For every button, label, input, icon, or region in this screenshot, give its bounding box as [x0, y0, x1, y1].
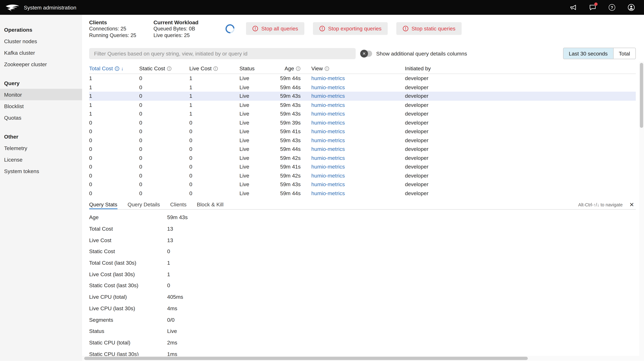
detail-value: Live [167, 328, 636, 334]
table-row[interactable]: 1 0 1 Live 59m 44s humio-metrics develop… [89, 74, 636, 83]
cell-age: 59m 43s [274, 111, 312, 117]
table-row[interactable]: 0 0 0 Live 59m 44s humio-metrics develop… [89, 145, 636, 154]
falcon-logo[interactable] [5, 3, 20, 13]
cell-age: 59m 41s [274, 128, 312, 135]
column-header-live-cost[interactable]: Live Cost [189, 66, 240, 72]
sidebar-item-telemetry[interactable]: Telemetry [0, 142, 82, 154]
last-30-seconds-button[interactable]: Last 30 seconds [564, 48, 613, 59]
column-header-initiated-by[interactable]: Initiated by [405, 66, 636, 72]
table-row[interactable]: 1 0 1 Live 59m 44s humio-metrics develop… [89, 83, 636, 92]
stop-static-queries-button[interactable]: Stop static queries [396, 22, 462, 35]
view-link[interactable]: humio-metrics [311, 120, 345, 126]
sidebar-item-cluster-nodes[interactable]: Cluster nodes [0, 35, 82, 47]
tab-block-kill[interactable]: Block & Kill [197, 200, 224, 209]
column-header-age[interactable]: Age [274, 66, 312, 72]
view-link[interactable]: humio-metrics [311, 137, 345, 143]
cell-age: 59m 43s [274, 181, 312, 187]
view-link[interactable]: humio-metrics [311, 146, 345, 152]
column-header-view[interactable]: View [311, 66, 405, 72]
view-link[interactable]: humio-metrics [311, 181, 345, 187]
cell-static-cost: 0 [139, 172, 189, 179]
cell-age: 59m 43s [274, 93, 312, 99]
sidebar-item-quotas[interactable]: Quotas [0, 112, 82, 123]
workload-stats: Current Workload Queued Bytes: 0B Live q… [154, 20, 198, 39]
main-content: Clients Connections: 25 Running Queries:… [82, 15, 644, 361]
sidebar-item-blocklist[interactable]: Blocklist [0, 100, 82, 112]
cell-status: Live [240, 146, 274, 152]
tab-query-stats[interactable]: Query Stats [89, 200, 117, 209]
tab-clients[interactable]: Clients [170, 200, 186, 209]
horizontal-scrollbar-thumb[interactable] [84, 357, 528, 360]
query-filter-input[interactable] [89, 48, 356, 59]
query-details-panel: Query StatsQuery DetailsClientsBlock & K… [89, 200, 636, 359]
cell-total-cost: 0 [89, 190, 139, 196]
system-administration-page: System administration ? [0, 0, 644, 361]
view-link[interactable]: humio-metrics [311, 190, 345, 196]
stop-all-queries-button[interactable]: Stop all queries [246, 22, 304, 35]
detail-value: 59m 43s [167, 214, 636, 220]
sidebar-section: Operations Cluster nodesKafka clusterZoo… [0, 24, 82, 70]
sidebar-section: Other TelemetryLicenseSystem tokens [0, 131, 82, 177]
vertical-scrollbar-thumb[interactable] [640, 63, 643, 128]
tab-query-details[interactable]: Query Details [128, 200, 160, 209]
detail-row: Live CPU (total) 405ms [89, 291, 636, 303]
column-header-status[interactable]: Status [240, 66, 274, 72]
sidebar-item-license[interactable]: License [0, 154, 82, 165]
sidebar-item-system-tokens[interactable]: System tokens [0, 165, 82, 177]
view-link[interactable]: humio-metrics [311, 75, 345, 82]
table-row[interactable]: 0 0 0 Live 59m 41s humio-metrics develop… [89, 127, 636, 136]
view-link[interactable]: humio-metrics [311, 111, 345, 117]
detail-value: 4ms [167, 305, 636, 311]
table-row[interactable]: 0 0 0 Live 59m 41s humio-metrics develop… [89, 162, 636, 171]
table-row[interactable]: 0 0 0 Live 59m 43s humio-metrics develop… [89, 180, 636, 189]
sidebar-item-monitor[interactable]: Monitor [0, 89, 82, 100]
chat-icon[interactable] [589, 4, 596, 11]
view-link[interactable]: humio-metrics [311, 84, 345, 90]
view-link[interactable]: humio-metrics [311, 164, 345, 170]
cell-age: 59m 42s [274, 155, 312, 161]
cell-total-cost: 0 [89, 155, 139, 161]
cell-initiated-by: developer [405, 190, 636, 196]
table-row[interactable]: 0 0 0 Live 59m 44s humio-metrics develop… [89, 189, 636, 198]
cell-age: 59m 44s [274, 146, 312, 152]
cell-initiated-by: developer [405, 75, 636, 82]
topbar-icons: ? [570, 4, 635, 11]
cell-status: Live [240, 93, 274, 99]
info-icon [114, 66, 120, 71]
details-columns-toggle[interactable]: ✕ [361, 50, 372, 57]
table-row[interactable]: 1 0 1 Live 59m 43s humio-metrics develop… [89, 109, 636, 118]
view-link[interactable]: humio-metrics [311, 102, 345, 108]
topbar: System administration ? [0, 0, 644, 15]
cell-live-cost: 1 [189, 93, 240, 99]
help-icon[interactable]: ? [608, 4, 616, 11]
table-row[interactable]: 1 0 1 Live 59m 43s humio-metrics develop… [89, 92, 636, 100]
page-title: System administration [24, 4, 76, 11]
megaphone-icon[interactable] [570, 4, 577, 11]
table-row[interactable]: 0 0 0 Live 59m 42s humio-metrics develop… [89, 171, 636, 180]
sidebar-item-zookeeper-cluster[interactable]: Zookeeper cluster [0, 58, 82, 70]
column-label: View [311, 66, 323, 72]
view-link[interactable]: humio-metrics [311, 155, 345, 161]
cell-initiated-by: developer [405, 164, 636, 170]
user-avatar-icon[interactable] [628, 4, 635, 11]
loading-spinner-icon [224, 22, 236, 35]
column-label: Total Cost [89, 66, 113, 72]
cell-live-cost: 0 [189, 120, 240, 126]
stop-exporting-queries-button[interactable]: Stop exporting queries [313, 22, 388, 35]
column-header-total-cost[interactable]: Total Cost ↓ [89, 66, 139, 72]
table-row[interactable]: 0 0 0 Live 59m 42s humio-metrics develop… [89, 154, 636, 162]
table-row[interactable]: 0 0 0 Live 59m 43s humio-metrics develop… [89, 136, 636, 145]
detail-label: Age [89, 214, 167, 220]
sidebar-item-kafka-cluster[interactable]: Kafka cluster [0, 47, 82, 58]
cell-static-cost: 0 [139, 190, 189, 196]
close-icon[interactable]: ✕ [629, 202, 634, 207]
detail-value: 13 [167, 226, 636, 232]
table-row[interactable]: 0 0 0 Live 59m 39s humio-metrics develop… [89, 118, 636, 127]
view-link[interactable]: humio-metrics [311, 93, 345, 99]
view-link[interactable]: humio-metrics [311, 128, 345, 135]
view-link[interactable]: humio-metrics [311, 172, 345, 179]
table-row[interactable]: 1 0 1 Live 59m 43s humio-metrics develop… [89, 100, 636, 109]
total-button[interactable]: Total [613, 48, 635, 59]
column-header-static-cost[interactable]: Static Cost [139, 66, 189, 72]
cell-total-cost: 0 [89, 164, 139, 170]
